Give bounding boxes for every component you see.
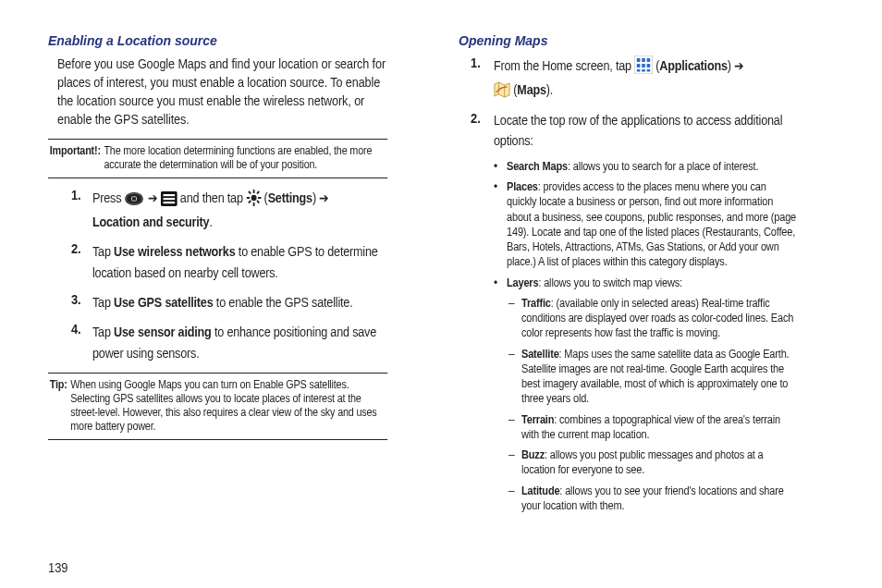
text: and then tap: [180, 190, 246, 205]
sub-title: Traffic: [521, 297, 551, 310]
text: Press: [92, 190, 125, 205]
option-label: Use wireless networks: [114, 244, 235, 259]
step-body: Locate the top row of the applications t…: [494, 111, 802, 151]
svg-rect-19: [647, 58, 651, 62]
sub-text: Terrain: combines a topographical view o…: [521, 412, 798, 443]
settings-label: Settings: [268, 190, 312, 205]
step-body: Tap Use wireless networks to enable GPS …: [92, 241, 392, 283]
svg-rect-25: [647, 69, 651, 72]
section-heading-opening: Opening Maps: [459, 33, 836, 48]
sub-item: – Satellite: Maps uses the same satellit…: [508, 347, 836, 407]
step-body: Press ➔ and then tap (Settings) ➔ Loc: [92, 188, 329, 233]
sub-text: Satellite: Maps uses the same satellite …: [521, 347, 798, 407]
text: : provides access to the places menu whe…: [507, 180, 796, 268]
svg-point-7: [251, 194, 256, 201]
step-body: Tap Use sensor aiding to enhance positio…: [92, 322, 392, 363]
step-number: 2.: [71, 241, 92, 283]
svg-rect-17: [637, 58, 641, 62]
arrow: ) ➔: [728, 58, 744, 73]
svg-point-0: [126, 192, 144, 205]
bullet-text: Places: provides access to the places me…: [507, 179, 796, 270]
step-1: 1. From the Home screen, tap (Applicatio…: [470, 55, 836, 104]
sub-title: Buzz: [521, 448, 545, 461]
maps-icon: [494, 81, 510, 104]
sub-title: Latitude: [521, 484, 559, 497]
home-button-icon: [125, 191, 145, 212]
sub-text: Traffic: (available only in selected are…: [521, 296, 798, 341]
text: : allows you to switch map views:: [538, 276, 682, 289]
tip-text: When using Google Maps you can turn on E…: [70, 378, 387, 434]
text: : combines a topographical view of the a…: [521, 413, 780, 441]
sub-item: – Traffic: (available only in selected a…: [508, 296, 836, 341]
location-security-label: Location and security: [92, 214, 209, 229]
page-number: 139: [48, 560, 67, 575]
sub-text: Latitude: allows you to see your friend'…: [521, 484, 798, 514]
text: From the Home screen, tap: [494, 58, 634, 73]
bullet-title: Search Maps: [507, 160, 568, 173]
intro-paragraph: Before you use Google Maps and find your…: [57, 55, 388, 129]
left-column: Enabling a Location source Before you us…: [48, 33, 425, 570]
important-label: Important!:: [50, 144, 104, 172]
text: : allows you post public messages and ph…: [521, 448, 764, 476]
sub-item: – Terrain: combines a topographical view…: [508, 412, 836, 443]
step-number: 4.: [71, 322, 92, 363]
option-label: Use GPS satellites: [114, 295, 213, 310]
sub-item: – Buzz: allows you post public messages …: [508, 447, 836, 478]
svg-rect-9: [252, 202, 254, 206]
tip-callout: Tip: When using Google Maps you can turn…: [48, 373, 387, 440]
svg-rect-12: [248, 190, 251, 194]
svg-rect-10: [246, 197, 250, 199]
bullet-item: • Search Maps: allows you to search for …: [494, 159, 836, 174]
text: : Maps uses the same satellite data as G…: [521, 348, 789, 406]
svg-rect-6: [163, 202, 175, 203]
svg-rect-5: [163, 198, 175, 200]
svg-rect-11: [258, 197, 262, 199]
sub-text: Buzz: allows you post public messages an…: [521, 447, 798, 478]
bullet-item: • Layers: allows you to switch map views…: [494, 276, 836, 290]
step-number: 1.: [71, 188, 92, 233]
sub-item: – Latitude: allows you to see your frien…: [508, 484, 836, 514]
text: : allows you to search for a place of in…: [568, 160, 758, 173]
svg-rect-24: [642, 69, 645, 72]
svg-rect-14: [256, 190, 260, 194]
bullet-list: • Search Maps: allows you to search for …: [494, 159, 836, 290]
step-body: Tap Use GPS satellites to enable the GPS…: [92, 292, 353, 312]
tip-label: Tip:: [50, 378, 70, 434]
svg-rect-21: [642, 64, 645, 67]
text: : allows you to see your friend's locati…: [521, 484, 784, 512]
sub-title: Satellite: [521, 348, 559, 361]
settings-gear-icon: [246, 190, 261, 212]
paren: ).: [546, 82, 553, 97]
step-2: 2. Locate the top row of the application…: [470, 111, 836, 151]
step-body: From the Home screen, tap (Applications)…: [494, 55, 744, 104]
svg-rect-8: [252, 190, 254, 193]
menu-icon: [161, 191, 178, 212]
step-1: 1. Press ➔ and then tap (Settings) ➔: [70, 188, 425, 233]
svg-rect-13: [256, 200, 260, 203]
step-2: 2. Tap Use wireless networks to enable G…: [70, 241, 425, 283]
bullet-text: Search Maps: allows you to search for a …: [507, 159, 758, 174]
step-3: 3. Tap Use GPS satellites to enable the …: [70, 292, 425, 312]
dash: –: [508, 412, 521, 443]
svg-rect-15: [248, 200, 251, 203]
bullet-title: Places: [507, 180, 538, 193]
step-4: 4. Tap Use sensor aiding to enhance posi…: [70, 322, 425, 363]
svg-rect-20: [637, 64, 641, 67]
sub-title: Terrain: [521, 413, 554, 426]
text: Tap: [92, 295, 114, 310]
bullet-title: Layers: [507, 276, 538, 289]
bullet-dot: •: [494, 159, 507, 174]
paren: ) ➔: [312, 190, 329, 205]
svg-rect-4: [163, 194, 175, 196]
step-number: 3.: [71, 292, 92, 312]
bullet-dot: •: [494, 179, 507, 270]
dash: –: [508, 447, 521, 478]
period: .: [209, 214, 212, 229]
text: Tap: [92, 244, 114, 259]
manual-page: Enabling a Location source Before you us…: [0, 0, 882, 588]
important-text: The more location determining functions …: [104, 144, 387, 172]
apps-grid-icon: [634, 55, 653, 80]
step-number: 2.: [471, 111, 493, 151]
text: to enable the GPS satellite.: [214, 295, 353, 310]
sub-bullet-list: – Traffic: (available only in selected a…: [508, 296, 836, 513]
